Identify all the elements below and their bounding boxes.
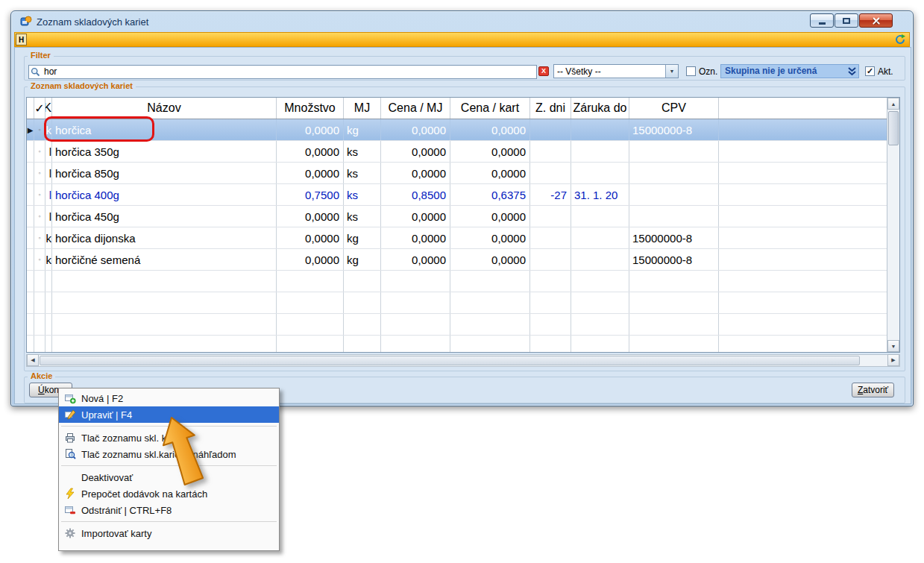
cell-name: horčičné semená [52, 249, 277, 270]
ozn-checkbox-label: Ozn. [699, 66, 717, 77]
record-marker-icon: ◦ [38, 191, 40, 198]
group-filter-button[interactable]: Skupina nie je určená [720, 64, 859, 78]
cell-price-carton: 0,6375 [450, 184, 530, 205]
header-check[interactable]: ✓ [34, 98, 45, 119]
cell-unit: ks [344, 141, 381, 162]
menu-item-odstranit[interactable]: Odstrániť | CTRL+F8 [59, 502, 279, 518]
gear-icon [63, 527, 77, 539]
search-input[interactable] [28, 65, 537, 79]
header-indicator[interactable] [27, 98, 34, 119]
cell-z-days [530, 227, 571, 248]
scroll-right-button[interactable]: ▶ [887, 354, 899, 366]
scroll-up-button[interactable]: ▲ [887, 98, 899, 110]
header-code[interactable]: K [45, 98, 52, 119]
table-row-selected[interactable]: ▶ ◦ k horčica 0,0000 kg 0,0000 0,0000 15… [27, 119, 887, 141]
refresh-icon[interactable] [894, 34, 906, 45]
horizontal-scroll-thumb[interactable] [40, 356, 860, 365]
minimize-button[interactable] [810, 13, 834, 28]
table-body: ▶ ◦ k horčica 0,0000 kg 0,0000 0,0000 15… [27, 119, 887, 352]
table-row[interactable]: ◦ k horčičné semená 0,0000 kg 0,0000 0,0… [27, 249, 887, 271]
header-warranty[interactable]: Záruka do [571, 98, 629, 119]
header-price-unit[interactable]: Cena / MJ [381, 98, 450, 119]
chevron-down-icon[interactable]: ▼ [665, 65, 678, 78]
record-marker-icon: ◦ [38, 126, 40, 133]
cell-z-days [530, 249, 571, 270]
clear-search-button[interactable]: X [538, 66, 549, 76]
table-row-empty [27, 271, 887, 292]
cell-warranty [571, 141, 629, 162]
cell-unit: ks [344, 184, 381, 205]
category-combobox[interactable]: -- Všetky -- ▼ [553, 64, 679, 78]
horizontal-scrollbar[interactable]: ◀ ▶ [26, 354, 900, 367]
cell-unit: kg [344, 249, 381, 270]
table-row[interactable]: ◦ l horčica 850g 0,0000 ks 0,0000 0,0000 [27, 163, 887, 184]
cell-price-unit: 0,0000 [381, 206, 450, 227]
menu-item-importovat[interactable]: Importovať karty [59, 525, 279, 541]
ozn-checkbox[interactable] [686, 66, 696, 76]
cell-cpv: 15000000-8 [629, 249, 719, 270]
header-unit[interactable]: MJ [344, 98, 381, 119]
cell-unit: kg [344, 227, 381, 248]
scroll-left-icon: ◀ [31, 357, 34, 363]
app-icon [20, 16, 32, 28]
cell-cpv [629, 141, 719, 162]
print-preview-icon [63, 448, 77, 460]
header-price-carton[interactable]: Cena / kart [450, 98, 530, 119]
close-button[interactable] [859, 13, 893, 28]
cell-name: horčica dijonska [52, 227, 277, 248]
cell-warranty: 31. 1. 20 [571, 184, 629, 205]
zatvorit-button[interactable]: Zatvoriť [852, 383, 894, 397]
vertical-scroll-thumb[interactable] [888, 111, 899, 145]
annotation-pointer-arrow-icon [138, 410, 227, 496]
cell-warranty [571, 206, 629, 227]
header-z-days[interactable]: Z. dni [530, 98, 571, 119]
no-icon [63, 471, 77, 483]
lightning-icon [63, 488, 77, 500]
cell-cpv: 15000000-8 [629, 119, 719, 140]
stock-card-table: ✓ K Názov Množstvo MJ Cena / MJ Cena / k… [26, 97, 900, 353]
cell-price-unit: 0,8500 [381, 184, 450, 205]
cell-z-days [530, 206, 571, 227]
record-marker-icon: ◦ [38, 148, 40, 155]
cell-qty: 0,0000 [277, 206, 344, 227]
cell-qty: 0,0000 [277, 163, 344, 183]
table-row-empty [27, 292, 887, 314]
header-name[interactable]: Názov [52, 98, 277, 119]
table-row[interactable]: ◦ k horčica dijonska 0,0000 kg 0,0000 0,… [27, 227, 887, 249]
header-spacer [719, 98, 887, 119]
title-bar[interactable]: Zoznam skladových kariet [11, 11, 913, 32]
cell-name: horčica 350g [52, 141, 277, 162]
hotkey-hint-button[interactable]: H [16, 34, 27, 45]
close-icon [872, 16, 881, 25]
table-row[interactable]: ◦ l horčica 350g 0,0000 ks 0,0000 0,0000 [27, 141, 887, 163]
cell-name: horčica 850g [52, 163, 277, 183]
window-title: Zoznam skladových kariet [37, 16, 148, 28]
table-row[interactable]: ◦ l horčica 400g 0,7500 ks 0,8500 0,6375… [27, 184, 887, 206]
header-cpv[interactable]: CPV [629, 98, 719, 119]
cell-unit: ks [344, 163, 381, 183]
cell-z-days: -27 [530, 184, 571, 205]
record-marker-icon: ◦ [38, 256, 40, 263]
menu-item-nova[interactable]: Nová | F2 [59, 390, 279, 406]
scroll-down-button[interactable]: ▼ [887, 340, 899, 352]
current-row-indicator: ▶ [28, 126, 34, 134]
cell-price-unit: 0,0000 [381, 249, 450, 270]
cell-z-days [530, 119, 571, 140]
scroll-up-icon: ▲ [891, 101, 896, 107]
cell-qty: 0,0000 [277, 249, 344, 270]
header-qty[interactable]: Množstvo [277, 98, 344, 119]
search-icon [31, 66, 40, 76]
cell-qty: 0,7500 [277, 184, 344, 205]
double-chevron-down-icon [848, 67, 856, 77]
table-row[interactable]: ◦ l horčica 450g 0,0000 ks 0,0000 0,0000 [27, 206, 887, 227]
cell-price-carton: 0,0000 [450, 141, 530, 162]
cell-price-carton: 0,0000 [450, 163, 530, 183]
maximize-button[interactable] [835, 13, 858, 28]
vertical-scrollbar[interactable]: ▲ ▼ [887, 98, 899, 352]
akt-checkbox[interactable]: ✓ [865, 66, 875, 76]
client-area: Filter X -- Všetky -- ▼ Ozn. Skupina nie… [14, 47, 911, 404]
record-marker-icon: ◦ [38, 169, 40, 177]
scroll-left-button[interactable]: ◀ [27, 354, 39, 366]
table-header-row: ✓ K Názov Množstvo MJ Cena / MJ Cena / k… [27, 98, 887, 119]
cell-qty: 0,0000 [277, 227, 344, 248]
